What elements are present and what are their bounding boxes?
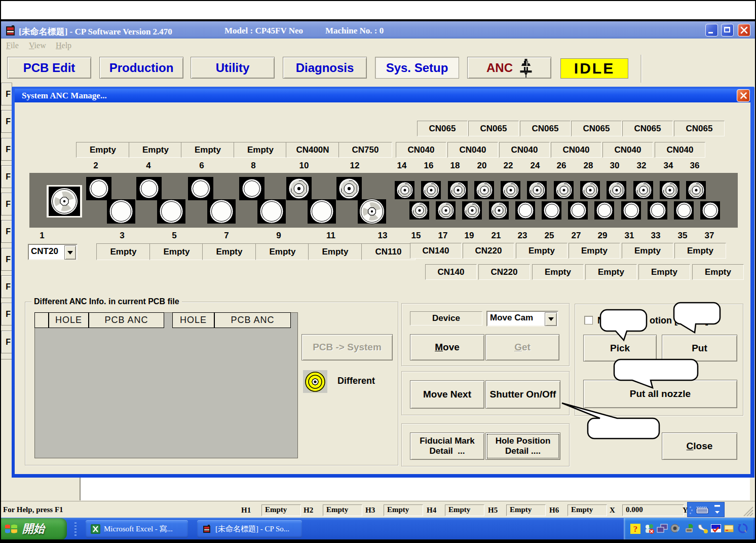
svg-text:?: ? (633, 524, 638, 534)
